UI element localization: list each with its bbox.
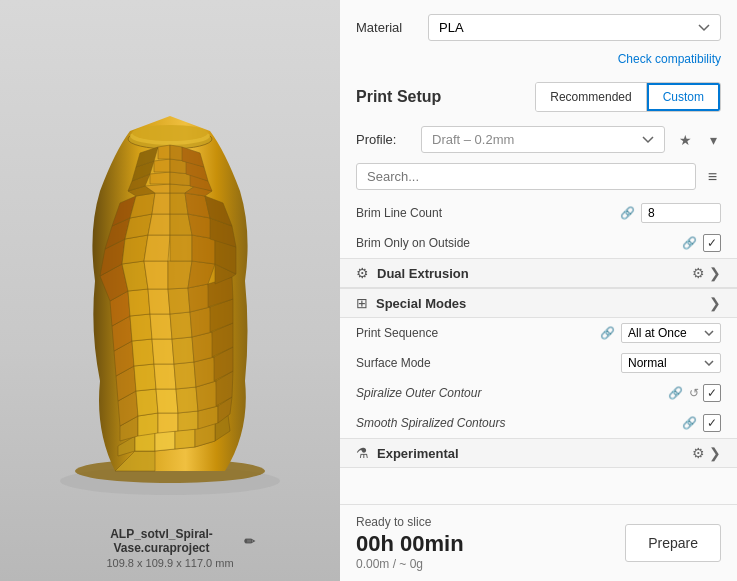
dual-extrusion-chevron-button[interactable]: ❯ xyxy=(709,265,721,281)
surface-mode-row: Surface Mode Normal Surface Both xyxy=(340,348,737,378)
print-sequence-label: Print Sequence xyxy=(356,326,600,340)
material-usage: 0.00m / ~ 0g xyxy=(356,557,613,571)
svg-marker-32 xyxy=(132,339,154,366)
dual-extrusion-section: ⚙ Dual Extrusion ⚙ ❯ xyxy=(340,258,737,288)
svg-marker-27 xyxy=(154,364,176,389)
profile-select[interactable]: Draft – 0.2mm Standard – 0.15mm Fine – 0… xyxy=(421,126,665,153)
model-dimensions: 109.8 x 109.9 x 117.0 mm xyxy=(85,557,255,569)
material-select[interactable]: PLA ABS PETG TPU xyxy=(428,14,721,41)
profile-row: Profile: Draft – 0.2mm Standard – 0.15mm… xyxy=(340,120,737,159)
check-compat-link[interactable]: Check compatibility xyxy=(618,52,721,66)
svg-marker-26 xyxy=(134,364,156,391)
svg-marker-16 xyxy=(178,411,198,431)
svg-marker-28 xyxy=(174,362,196,389)
vase-model xyxy=(40,81,300,501)
viewport-panel: ALP_sotvl_Spiral-Vase.curaproject ✏ 109.… xyxy=(0,0,340,581)
prepare-button[interactable]: Prepare xyxy=(625,524,721,562)
smooth-link-icon[interactable]: 🔗 xyxy=(682,416,697,430)
print-sequence-link-icon[interactable]: 🔗 xyxy=(600,326,615,340)
experimental-icon: ⚗ xyxy=(356,445,369,461)
surface-mode-select[interactable]: Normal Surface Both xyxy=(621,353,721,373)
svg-marker-89 xyxy=(158,145,170,159)
print-sequence-select[interactable]: All at Once One at a Time xyxy=(621,323,721,343)
brim-line-count-row: Brim Line Count 🔗 xyxy=(340,198,737,228)
material-label: Material xyxy=(356,20,416,35)
svg-marker-46 xyxy=(168,288,190,314)
spiralize-link-icon[interactable]: 🔗 xyxy=(668,386,683,400)
svg-marker-81 xyxy=(150,172,170,184)
search-menu-button[interactable]: ≡ xyxy=(704,166,721,188)
profile-label: Profile: xyxy=(356,132,411,147)
smooth-spiralized-contours-label: Smooth Spiralized Contours xyxy=(356,416,682,430)
profile-star-button[interactable]: ★ xyxy=(675,130,696,150)
svg-marker-58 xyxy=(170,235,192,261)
tab-custom[interactable]: Custom xyxy=(647,83,720,111)
experimental-section: ⚗ Experimental ⚙ ❯ xyxy=(340,438,737,468)
brim-outside-link-icon[interactable]: 🔗 xyxy=(682,236,697,250)
edit-icon[interactable]: ✏ xyxy=(244,534,255,549)
svg-marker-85 xyxy=(154,159,170,172)
brim-link-icon[interactable]: 🔗 xyxy=(620,206,635,220)
brim-only-outside-checkbox[interactable]: ✓ xyxy=(703,234,721,252)
svg-marker-51 xyxy=(144,261,168,289)
3d-viewport: ALP_sotvl_Spiral-Vase.curaproject ✏ 109.… xyxy=(0,0,340,581)
svg-marker-40 xyxy=(170,312,192,339)
dual-extrusion-icon: ⚙ xyxy=(356,265,369,281)
check-compat-row: Check compatibility xyxy=(340,49,737,74)
search-row: ≡ xyxy=(340,159,737,194)
special-modes-chevron-button[interactable]: ❯ xyxy=(709,295,721,311)
svg-marker-38 xyxy=(130,314,152,341)
brim-line-count-label: Brim Line Count xyxy=(356,206,620,220)
settings-panel: Material PLA ABS PETG TPU Check compatib… xyxy=(340,0,737,581)
svg-marker-14 xyxy=(138,413,158,436)
brim-only-outside-row: Brim Only on Outside 🔗 ✓ xyxy=(340,228,737,258)
model-info: ALP_sotvl_Spiral-Vase.curaproject ✏ 109.… xyxy=(85,527,255,569)
time-display: 00h 00min xyxy=(356,531,613,557)
experimental-gear-button[interactable]: ⚙ xyxy=(692,445,705,461)
search-input[interactable] xyxy=(356,163,696,190)
smooth-spiralized-contours-checkbox[interactable]: ✓ xyxy=(703,414,721,432)
print-setup-header: Print Setup Recommended Custom xyxy=(340,74,737,120)
spiralize-outer-contour-checkbox[interactable]: ✓ xyxy=(703,384,721,402)
tab-group: Recommended Custom xyxy=(535,82,721,112)
svg-marker-41 xyxy=(190,307,212,337)
print-setup-title: Print Setup xyxy=(356,88,523,106)
model-name-text: ALP_sotvl_Spiral-Vase.curaproject xyxy=(85,527,238,555)
svg-marker-35 xyxy=(192,332,214,362)
bottom-info: Ready to slice 00h 00min 0.00m / ~ 0g xyxy=(356,515,613,571)
print-sequence-row: Print Sequence 🔗 All at Once One at a Ti… xyxy=(340,318,737,348)
svg-marker-47 xyxy=(188,284,210,312)
smooth-spiralized-contours-row: Smooth Spiralized Contours 🔗 ✓ xyxy=(340,408,737,438)
ready-to-slice-label: Ready to slice xyxy=(356,515,613,529)
spiralize-reset-icon[interactable]: ↺ xyxy=(689,386,699,400)
svg-marker-15 xyxy=(158,413,178,433)
svg-marker-39 xyxy=(150,314,172,339)
brim-line-count-input[interactable] xyxy=(641,203,721,223)
svg-marker-20 xyxy=(136,389,158,416)
settings-content: Brim Line Count 🔗 Brim Only on Outside 🔗… xyxy=(340,194,737,504)
svg-marker-34 xyxy=(172,337,194,364)
dual-extrusion-gear-button[interactable]: ⚙ xyxy=(692,265,705,281)
spiralize-outer-contour-row: Spiralize Outer Contour 🔗 ↺ ✓ xyxy=(340,378,737,408)
brim-only-outside-label: Brim Only on Outside xyxy=(356,236,682,250)
experimental-chevron-button[interactable]: ❯ xyxy=(709,445,721,461)
svg-marker-44 xyxy=(128,289,150,316)
svg-marker-57 xyxy=(144,235,170,261)
special-modes-section: ⊞ Special Modes ❯ xyxy=(340,288,737,318)
profile-chevron-button[interactable]: ▾ xyxy=(706,130,721,150)
surface-mode-label: Surface Mode xyxy=(356,356,621,370)
svg-marker-33 xyxy=(152,339,174,364)
tab-recommended[interactable]: Recommended xyxy=(536,83,646,111)
svg-point-75 xyxy=(132,125,208,141)
svg-marker-21 xyxy=(156,389,178,413)
special-modes-title: Special Modes xyxy=(376,296,709,311)
spiralize-outer-contour-label: Spiralize Outer Contour xyxy=(356,386,668,400)
experimental-title: Experimental xyxy=(377,446,692,461)
material-row: Material PLA ABS PETG TPU xyxy=(340,0,737,49)
svg-marker-63 xyxy=(148,214,170,235)
svg-marker-10 xyxy=(155,431,175,451)
special-modes-icon: ⊞ xyxy=(356,295,368,311)
svg-marker-11 xyxy=(175,429,195,449)
bottom-panel: Ready to slice 00h 00min 0.00m / ~ 0g Pr… xyxy=(340,504,737,581)
dual-extrusion-title: Dual Extrusion xyxy=(377,266,692,281)
